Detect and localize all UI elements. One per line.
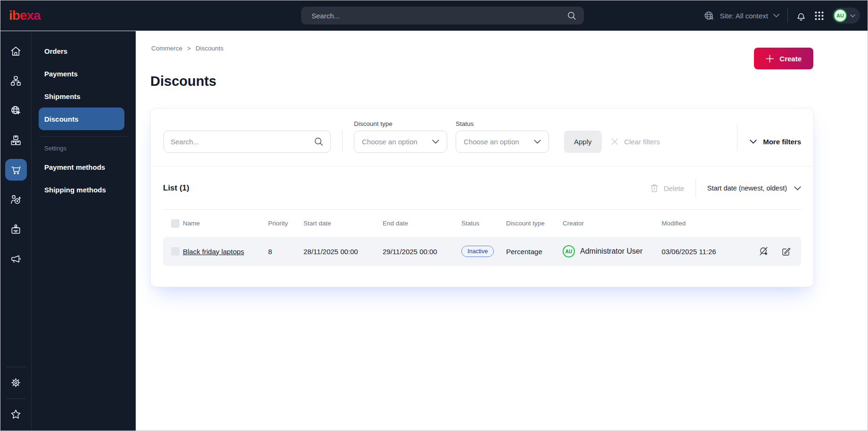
clear-filters-button[interactable]: Clear filters	[611, 131, 660, 153]
rail-members-button[interactable]	[5, 218, 27, 240]
menu-item-shipments[interactable]: Shipments	[39, 85, 124, 108]
breadcrumb-commerce[interactable]: Commerce	[151, 45, 182, 52]
col-status: Status	[461, 220, 506, 227]
creator-avatar: AU	[563, 245, 575, 257]
main-content: Commerce > Discounts Create Discounts	[136, 31, 868, 431]
list-search-input[interactable]	[171, 138, 314, 146]
deactivate-slash-icon	[759, 247, 769, 256]
list-search	[164, 131, 331, 153]
cell-creator: AU Administrator User	[563, 245, 662, 257]
col-end-date: End date	[383, 220, 461, 227]
select-all-checkbox[interactable]	[171, 219, 180, 228]
cell-end-date: 29/11/2025 00:00	[383, 248, 461, 256]
trash-icon	[650, 184, 658, 192]
rail-bottom	[0, 365, 31, 431]
discount-type-filter: Discount type Choose an option	[354, 120, 447, 153]
discounts-list: List (1) Delete Start date (newest, olde…	[151, 166, 813, 287]
breadcrumb-discounts[interactable]: Discounts	[196, 45, 223, 52]
edit-button[interactable]	[781, 247, 791, 256]
svg-text:ibexa: ibexa	[9, 8, 41, 23]
rail-bookmarks-button[interactable]	[5, 403, 27, 425]
chevron-down-icon	[850, 14, 855, 17]
global-search	[301, 7, 584, 25]
site-context-selector[interactable]: Site: All context	[704, 10, 779, 21]
list-header-divider	[696, 179, 696, 198]
more-filters-label: More filters	[763, 138, 801, 146]
product-boxes-icon	[9, 134, 22, 147]
rail-dashboard-button[interactable]	[5, 40, 27, 62]
discount-name-link[interactable]: Black friday laptops	[183, 248, 244, 256]
rail-content-button[interactable]	[5, 70, 27, 91]
filter-bar: Discount type Choose an option Status Ch…	[151, 108, 813, 166]
discount-type-value: Choose an option	[362, 138, 418, 146]
col-start-date: Start date	[303, 220, 383, 227]
cell-modified: 03/06/2025 11:26	[662, 248, 746, 256]
create-button[interactable]: Create	[754, 48, 813, 69]
creator-name: Administrator User	[580, 247, 642, 256]
global-search-input[interactable]	[311, 12, 567, 20]
cell-start-date: 28/11/2025 00:00	[303, 248, 383, 256]
delete-button[interactable]: Delete	[650, 184, 684, 192]
chevron-down-icon	[750, 140, 757, 144]
search-icon[interactable]	[314, 137, 323, 146]
bookmark-star-icon	[9, 408, 22, 421]
menu-section-settings: Settings	[32, 142, 136, 156]
site-cursor-globe-icon	[9, 104, 22, 117]
chevron-down-icon	[432, 140, 439, 144]
menu-item-shipping-methods[interactable]: Shipping methods	[39, 178, 124, 201]
rail-marketing-button[interactable]	[5, 248, 27, 270]
discount-type-select[interactable]: Choose an option	[354, 131, 447, 153]
menu-item-payment-methods[interactable]: Payment methods	[39, 156, 124, 178]
chevron-down-icon	[534, 140, 541, 144]
col-priority: Priority	[268, 220, 303, 227]
menu-item-payments[interactable]: Payments	[39, 62, 124, 85]
edit-icon	[781, 247, 791, 256]
deactivate-button[interactable]	[759, 247, 769, 256]
rail-site-button[interactable]	[5, 99, 27, 121]
menu-divider	[39, 136, 128, 137]
ibexa-logo[interactable]: ibexa	[9, 8, 49, 24]
rail-products-button[interactable]	[5, 129, 27, 151]
search-icon[interactable]	[567, 11, 576, 20]
table-row: Black friday laptops 8 28/11/2025 00:00 …	[163, 237, 801, 266]
commerce-cart-icon	[9, 164, 22, 176]
rail-settings-button[interactable]	[5, 372, 27, 393]
site-globe-icon	[704, 10, 714, 21]
col-discount-type: Discount type	[506, 220, 563, 227]
notifications-button[interactable]	[796, 10, 806, 21]
discount-type-label: Discount type	[354, 120, 447, 127]
menu-item-label: Shipments	[44, 92, 81, 100]
row-actions	[746, 247, 801, 256]
app-switcher-button[interactable]	[814, 11, 824, 21]
rail-commerce-button[interactable]	[5, 159, 27, 181]
row-checkbox[interactable]	[171, 247, 180, 256]
breadcrumb-separator: >	[187, 45, 191, 52]
top-bar: ibexa Site: All context	[0, 0, 868, 31]
chevron-down-icon	[794, 186, 801, 191]
delete-label: Delete	[663, 184, 684, 192]
sort-selector[interactable]: Start date (newest, oldest)	[707, 184, 801, 192]
status-filter: Status Choose an option	[456, 120, 549, 153]
topbar-right: Site: All context AU	[704, 8, 860, 24]
bell-icon	[796, 10, 806, 21]
menu-item-orders[interactable]: Orders	[39, 40, 124, 62]
rail-separator	[6, 398, 26, 399]
apply-button[interactable]: Apply	[564, 131, 602, 153]
clear-filters-label: Clear filters	[624, 138, 660, 146]
table-header: Name Priority Start date End date Status…	[163, 210, 801, 237]
home-icon	[9, 45, 22, 58]
topbar-divider	[787, 8, 788, 23]
rail-customers-button[interactable]	[5, 189, 27, 210]
menu-item-discounts[interactable]: Discounts	[39, 108, 124, 130]
status-value: Choose an option	[464, 138, 519, 146]
cell-priority: 8	[268, 248, 303, 256]
col-name: Name	[183, 220, 268, 227]
user-menu[interactable]: AU	[832, 8, 860, 24]
chevron-down-icon	[773, 14, 779, 17]
sort-label: Start date (newest, oldest)	[707, 184, 787, 192]
cell-discount-type: Percentage	[506, 248, 563, 256]
list-title: List (1)	[163, 183, 189, 193]
more-filters-button[interactable]: More filters	[737, 131, 801, 153]
menu-item-label: Payment methods	[44, 163, 105, 171]
status-select[interactable]: Choose an option	[456, 131, 549, 153]
